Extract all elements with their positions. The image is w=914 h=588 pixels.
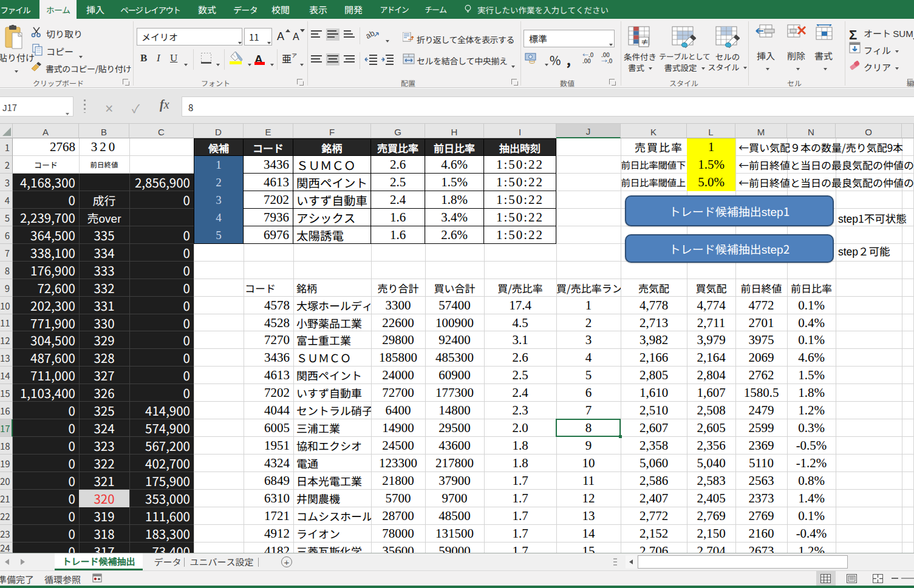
svg-text:ab: ab [366, 29, 377, 41]
svg-text:≠: ≠ [641, 36, 649, 47]
